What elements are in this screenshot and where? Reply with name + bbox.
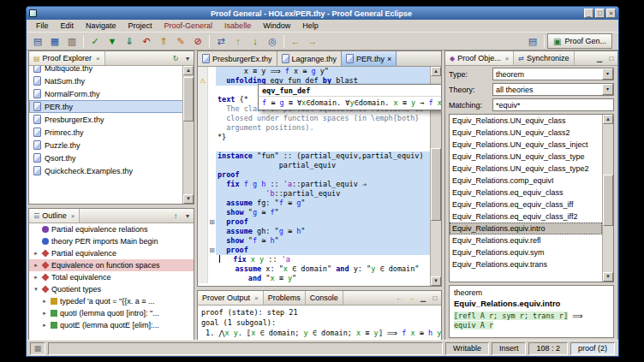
scroll-up-icon[interactable]: ▲ [603,115,613,124]
maximize-view-icon[interactable]: □ [429,291,441,305]
proof-goto-button[interactable]: ✓ [86,33,104,49]
menu-project[interactable]: Project [122,20,158,32]
outline-item[interactable]: theory PER imports Main begin [29,235,194,247]
tab-synchronize[interactable]: ⇄Synchronize [514,51,574,65]
explorer-item[interactable]: Puzzle.thy [29,139,194,151]
outline-item[interactable]: ▾Quotient types [29,283,194,295]
theorem-list-item[interactable]: Equiv_Relations.UN_equiv_class2 [450,127,602,139]
editor-line[interactable]: 'b::partial_equiv [198,189,441,199]
dropdown-arrow-icon[interactable]: ▾ [602,84,613,95]
status-grip-icon[interactable]: ▦ [30,342,45,355]
editor-line[interactable]: ⊞ proof [198,246,441,255]
theory-combo[interactable]: all theories ▾ [492,83,614,96]
theorem-list-scrollbar[interactable]: ▲ ▼ [602,115,613,282]
editor-line[interactable]: argument positions). [198,123,441,133]
scrollbar-thumb[interactable] [431,148,441,221]
explorer-scrollbar[interactable]: ▲ ▼ [182,66,194,204]
menu-isabelle[interactable]: Isabelle [218,20,257,32]
scrollbar-thumb[interactable] [603,175,613,226]
theorem-list-item[interactable]: Equiv_Relations.eq_equiv_class [450,187,602,199]
expander-right-icon[interactable]: ▸ [33,250,39,257]
dropdown-arrow-icon[interactable]: ▾ [602,68,613,80]
print-button[interactable]: ▥ [63,33,80,49]
editor-line[interactable]: show "g ≅ f" [198,208,441,217]
menu-navigate[interactable]: Navigate [80,20,122,32]
editor-line[interactable]: *} [198,133,441,142]
outline-item[interactable]: ▸Partial equivalence [29,247,194,259]
editor-line[interactable]: fix x y :: 'a [198,255,441,264]
outline-item[interactable]: ▸Equivalence on function spaces [29,259,194,271]
title-bar[interactable]: Proof General - HOLex/PER.thy - Proof Ge… [27,7,618,20]
editor-line[interactable]: assume x: "x ∈ domain" and y: "y ∈ domai… [198,264,441,274]
explorer-item[interactable]: PER.thy [29,100,194,113]
expander-right-icon[interactable]: ▸ [33,274,39,281]
theorem-list-item[interactable]: Equiv_Relations.equiv.intro [450,223,602,234]
refresh-icon[interactable]: ↻ [170,51,182,65]
theorem-list-item[interactable]: Equiv_Relations.UN_equiv_class [450,115,602,127]
theorem-list-item[interactable]: Equiv_Relations.comp_equivI [450,175,602,187]
tab-console[interactable]: Console [306,291,343,305]
close-icon[interactable]: × [71,212,75,220]
view-menu-icon[interactable]: ▾ [182,209,194,223]
view-menu-icon[interactable]: ▾ [182,51,194,65]
theorem-list-item[interactable]: Equiv_Relations.equiv.trans [450,258,602,270]
editor-line[interactable] [198,142,441,151]
fold-plus-icon[interactable]: ⊞ [209,219,215,226]
editor-line[interactable]: proof [198,170,441,180]
proof-next-button[interactable]: ▼ [104,33,121,49]
find-button[interactable]: ◎ [264,33,281,49]
editor-line[interactable]: x ≡ y ⟹ f x ≅ g y" [198,67,441,76]
editor-line[interactable]: assume gh: "g ≅ h" [198,227,441,236]
tab-proof-obje-[interactable]: ◆Proof Obje...× [445,51,514,65]
scroll-up-icon[interactable]: ▲ [183,66,194,75]
expander-down-icon[interactable]: ▾ [33,286,39,293]
minimize-view-icon[interactable]: ▁ [417,291,429,305]
matching-input[interactable]: *equiv* [492,98,614,111]
active-perspective-button[interactable]: ▣ Proof Gen... [547,33,612,49]
explorer-item[interactable]: Multiquote.thy [29,66,194,74]
editor-line[interactable]: show "f ≅ h" [198,236,441,246]
outline-item[interactable]: ▸quotI (lemma quotI [intro]: "... [29,307,194,319]
expander-right-icon[interactable]: ▸ [41,298,48,305]
menu-edit[interactable]: Edit [55,20,80,32]
scroll-up-icon[interactable]: ▲ [431,67,441,76]
theorem-list-item[interactable]: Equiv_Relations.UN_equiv_class_type2 [450,163,602,175]
explorer-item[interactable]: Quickcheck.Examples.thy [29,164,194,177]
theorem-list-item[interactable]: Equiv_Relations.eq_equiv_class_iff [450,199,602,211]
outline-item[interactable]: Partial equivalence relations [29,223,194,235]
editor-line[interactable]: and "x ≡ y" [198,274,441,283]
highlight-pen-button[interactable]: ✎ [172,33,189,49]
outline-item[interactable]: ▸Total equivalence [29,271,194,283]
close-icon[interactable]: × [254,294,259,302]
fold-plus-icon[interactable]: ⊞ [209,247,215,254]
editor-line[interactable]: fix f g h :: 'a::partial_equiv ⇒ [198,180,441,189]
explorer-item[interactable]: PresburgerEx.thy [29,113,194,126]
menu-help[interactable]: Help [296,20,325,32]
close-icon[interactable]: × [96,55,100,62]
editor-tab-per-thy[interactable]: PER.thy× [342,51,397,66]
close-icon[interactable]: × [505,55,510,62]
tab-prover-output[interactable]: Prover Output× [198,291,264,305]
scroll-down-icon[interactable]: ▼ [603,272,613,282]
theorem-list-item[interactable]: Equiv_Relations.eq_equiv_class_iff2 [450,211,602,223]
sort-icon[interactable]: ↕ [170,209,182,223]
theorem-list-item[interactable]: Equiv_Relations.UN_equiv_class_type [450,151,602,163]
tab-problems[interactable]: Problems [264,291,306,305]
editor-tab-lagrange-thy[interactable]: Lagrange.thy [277,51,343,66]
menu-file[interactable]: File [30,20,55,32]
explorer-item[interactable]: NormalForm.thy [29,87,194,100]
minimize-view-icon[interactable]: ▁ [593,51,605,65]
theorem-list-item[interactable]: Equiv_Relations.UN_equiv_class_inject [450,139,602,151]
editor-line[interactable]: instance "fun" :: (partial_equiv,partial… [198,151,441,161]
close-button[interactable]: × [606,9,616,18]
expander-right-icon[interactable]: ▸ [33,262,39,269]
new-wizard-button[interactable]: ▤ [29,33,46,49]
outline-item[interactable]: ▸typedef 'a quot = "{{x. a ≡ ... [29,295,194,307]
minimize-button[interactable]: _ [584,9,593,18]
maximize-view-icon[interactable]: □ [605,51,617,65]
editor-line[interactable]: closed under function spaces (in \emph{b… [198,114,441,123]
menu-window[interactable]: Window [257,20,296,32]
open-perspective-button[interactable]: ▤ [524,33,541,49]
previous-output-icon[interactable]: ← [393,291,405,305]
editor-line[interactable]: partial_equiv [198,161,441,170]
